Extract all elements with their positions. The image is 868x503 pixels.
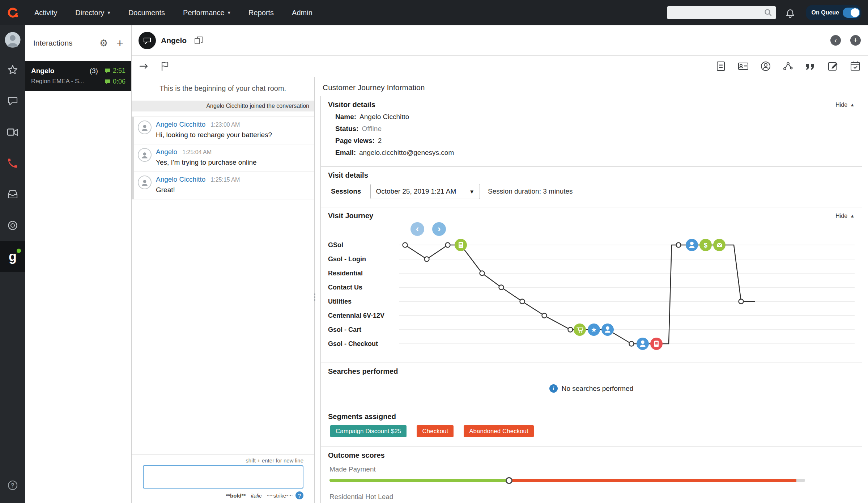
field-value: Offline (362, 125, 382, 133)
field-label: Page views: (335, 137, 375, 145)
content-row: This is the beginning of your chat room.… (131, 77, 868, 503)
message-text: Yes, I'm trying to purchase online (156, 158, 257, 166)
field-label: Name: (335, 113, 356, 121)
on-queue-toggle[interactable]: On Queue (806, 5, 861, 20)
outcome-label: Made Payment (329, 465, 855, 473)
schedule-icon[interactable] (850, 61, 861, 72)
visit-journey-chart: GSolGsol - LoginResidentialContact UsUti… (328, 239, 855, 355)
question-icon: ? (7, 479, 18, 491)
nav-item-label: Documents (128, 9, 165, 17)
profile-icon[interactable] (760, 61, 771, 72)
topnav-menu: ActivityDirectory▾DocumentsPerformance▾R… (25, 0, 322, 25)
nav-item-admin[interactable]: Admin (283, 0, 322, 25)
interaction-list-item-active[interactable]: Angelo (3) 2:51 Region EMEA - S... 0:06 (25, 61, 131, 91)
toggle-switch[interactable] (843, 8, 860, 18)
svg-text:Residential: Residential (328, 270, 363, 277)
format-hints: **bold**_italic_~~strike~~ (226, 493, 293, 499)
nav-item-performance[interactable]: Performance▾ (174, 0, 239, 25)
journey-map-icon[interactable] (783, 61, 793, 72)
nav-item-reports[interactable]: Reports (239, 0, 283, 25)
person-icon (140, 178, 149, 187)
nav-item-documents[interactable]: Documents (119, 0, 174, 25)
journey-event-user-icon (601, 324, 614, 336)
message-text: Great! (156, 186, 240, 194)
svg-text:Gsol - Cart: Gsol - Cart (328, 326, 361, 333)
journey-prev-button[interactable]: ‹ (410, 222, 424, 236)
interaction-toolbar (131, 56, 868, 77)
hide-label: Hide (835, 213, 847, 219)
sidebar-item-chat[interactable] (0, 85, 25, 117)
journey-event-doc-icon (650, 338, 663, 350)
sidebar-item-video[interactable] (0, 117, 25, 148)
chat-message-input[interactable] (143, 465, 303, 489)
nav-item-label: Reports (248, 9, 274, 17)
quotes-icon[interactable] (805, 61, 816, 72)
sidebar-item-favorites[interactable] (0, 54, 25, 85)
collapse-panel-button[interactable]: ‹ (830, 35, 841, 46)
global-search[interactable] (667, 6, 776, 19)
journey-panel-title: Customer Journey Information (315, 77, 868, 96)
journey-pagination: ‹ › (410, 222, 855, 236)
interactions-header: Interactions ⚙ + (25, 25, 131, 61)
sidebar-item-support[interactable] (0, 210, 25, 241)
app-window: ActivityDirectory▾DocumentsPerformance▾R… (0, 0, 868, 503)
message-author: Angelo Cicchitto (156, 121, 205, 128)
sessions-dropdown[interactable]: October 25, 2019 1:21 AM ▼ (370, 184, 480, 199)
expand-panel-button[interactable]: + (850, 35, 861, 46)
svg-text:★: ★ (591, 326, 597, 334)
sidebar-item-collaborate-active[interactable]: g (0, 241, 25, 272)
journey-event-cart-icon (574, 324, 586, 336)
flag-icon[interactable] (159, 61, 170, 72)
visitor-field-row: Name: Angelo Cicchitto (335, 113, 855, 121)
segments-heading: Segments assigned (328, 413, 855, 421)
field-label: Email: (335, 149, 356, 157)
caret-down-icon: ▾ (228, 9, 231, 16)
outcome-score: Made Payment (329, 465, 855, 482)
sessions-selected-value: October 25, 2019 1:21 AM (376, 187, 456, 195)
interaction-title: Angelo (161, 36, 187, 45)
visit-journey-hide-toggle[interactable]: Hide ▲ (835, 213, 855, 219)
left-icon-rail: g ? (0, 25, 25, 503)
on-queue-label: On Queue (812, 9, 839, 16)
journey-next-button[interactable]: › (432, 222, 446, 236)
copy-icon[interactable] (194, 36, 203, 45)
visitor-details-hide-toggle[interactable]: Hide ▲ (835, 102, 855, 108)
script-icon[interactable] (715, 61, 726, 72)
sidebar-item-inbox[interactable] (0, 179, 25, 210)
main-region: Angelo ‹ + (131, 25, 868, 503)
newline-hint: shift + enter for new line (143, 457, 303, 464)
compose-note-icon[interactable] (827, 61, 838, 72)
outcome-handle (506, 477, 512, 484)
journey-event-money-icon: $ (699, 239, 712, 251)
genesys-logo-icon[interactable] (0, 0, 25, 25)
chat-message: Angelo Cicchitto 1:23:00 AM Hi, looking … (134, 117, 314, 144)
search-input[interactable] (671, 9, 764, 17)
add-interaction-button[interactable]: + (116, 37, 123, 49)
interaction-header: Angelo ‹ + (131, 25, 868, 56)
contact-card-icon[interactable] (738, 61, 749, 72)
formatting-help-button[interactable]: ? (295, 491, 303, 499)
interaction-count: (3) (90, 67, 98, 75)
searches-empty-state: i No searches performed (328, 378, 855, 402)
panel-resize-handle[interactable] (312, 290, 317, 304)
top-navigation-bar: ActivityDirectory▾DocumentsPerformance▾R… (0, 0, 868, 25)
visitor-details-section: Visitor details Hide ▲ Name: Angelo Cicc… (321, 96, 862, 166)
help-button[interactable]: ? (0, 470, 25, 501)
sidebar-item-calls[interactable] (0, 148, 25, 179)
outcome-bar (329, 479, 805, 482)
gear-icon[interactable]: ⚙ (99, 38, 108, 48)
user-avatar[interactable] (0, 25, 25, 54)
chevron-up-icon: ▲ (850, 102, 855, 107)
nav-item-label: Directory (75, 9, 104, 17)
nav-item-activity[interactable]: Activity (25, 0, 66, 25)
searches-empty-text: No searches performed (562, 385, 634, 393)
nav-item-directory[interactable]: Directory▾ (66, 0, 119, 25)
field-value: Angelo Cicchitto (359, 113, 409, 121)
visitor-fields: Name: Angelo Cicchitto Status: Offline P… (328, 113, 855, 157)
visitor-details-heading: Visitor details (328, 101, 835, 109)
system-notice: Angelo Cicchitto joined the conversation (131, 101, 314, 111)
notifications-bell-icon[interactable] (785, 7, 796, 18)
journey-event-mail-icon (713, 239, 726, 251)
transfer-arrow-icon[interactable] (139, 61, 149, 72)
chat-bubble-icon (142, 36, 152, 45)
